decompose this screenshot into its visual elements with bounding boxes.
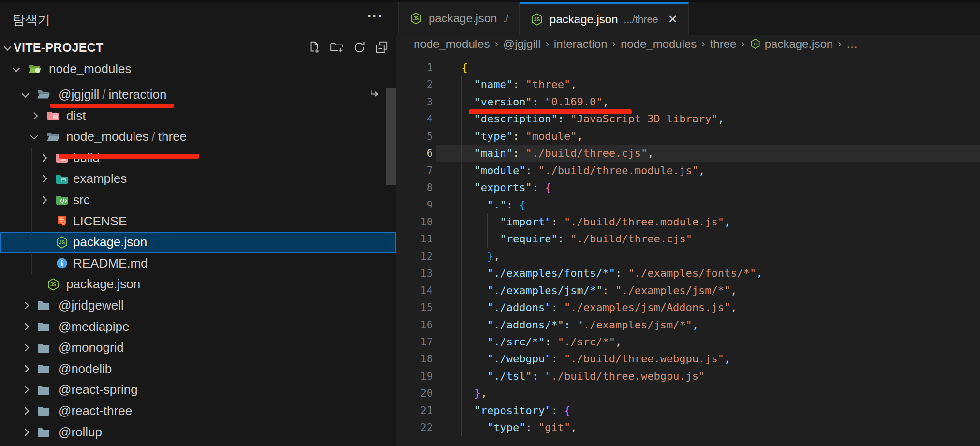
- file-json-icon: JS: [530, 13, 544, 26]
- symlink-arrow-icon: [369, 88, 381, 101]
- line-number: 5: [396, 128, 436, 145]
- line-number: 4: [396, 110, 436, 127]
- line-number: 13: [396, 265, 436, 282]
- indent-guide: [461, 265, 462, 282]
- folder-gray-icon: [37, 425, 50, 439]
- indent-guide: [487, 213, 488, 230]
- tree-file-LICENSE[interactable]: LICENSE: [0, 210, 396, 232]
- tree-folder-@mediapipe[interactable]: @mediapipe: [0, 316, 396, 337]
- tree-folder-@rollup[interactable]: @rollup: [0, 421, 396, 443]
- code-line[interactable]: ".": {: [436, 196, 980, 213]
- code-line[interactable]: "./examples/fonts/*": "./examples/fonts/…: [436, 265, 980, 282]
- code-line[interactable]: "type": "module",: [436, 128, 980, 145]
- tree-folder-src[interactable]: src: [0, 189, 396, 210]
- indent-guide: [461, 419, 462, 436]
- chevron-right-icon[interactable]: [21, 421, 30, 443]
- chevron-down-icon[interactable]: [21, 84, 30, 105]
- chevron-right-icon[interactable]: [21, 295, 30, 316]
- code-line[interactable]: "./examples/jsm/*": "./examples/jsm/*",: [436, 282, 980, 299]
- tree-folder-@react-spring[interactable]: @react-spring: [0, 379, 396, 401]
- tree-item-label: @monogrid: [59, 337, 124, 358]
- code-line[interactable]: "./src/*": "./src/*",: [436, 333, 980, 350]
- indent-guide: [475, 248, 475, 265]
- breadcrumb-item-package.json[interactable]: JSpackage.json: [750, 37, 833, 51]
- line-number: 8: [396, 179, 436, 196]
- chevron-right-icon[interactable]: [21, 337, 30, 358]
- code-line[interactable]: "version": "0.169.0",: [436, 93, 980, 110]
- chevron-right-icon[interactable]: [30, 105, 38, 126]
- chevron-right-icon[interactable]: [21, 316, 30, 337]
- tree-folder-@react-three[interactable]: @react-three: [0, 400, 396, 421]
- code-line[interactable]: "./tsl": "./build/three.webgpu.js": [436, 368, 980, 385]
- tree-folder-@jgjgill-interaction[interactable]: @jgjgill/interaction: [0, 84, 396, 105]
- indent-guide: [461, 282, 462, 299]
- code-line[interactable]: "./webgpu": "./build/three.webgpu.js",: [436, 350, 980, 367]
- code-line[interactable]: "import": "./build/three.module.js",: [436, 213, 980, 230]
- tree-folder-@jridgewell[interactable]: @jridgewell: [0, 295, 396, 316]
- folder-examples-icon: [55, 172, 69, 186]
- close-icon[interactable]: ✕: [668, 13, 678, 26]
- indent-guide: [461, 128, 462, 145]
- folder-gray-icon: [37, 320, 50, 333]
- file-json-icon: JS: [46, 278, 60, 291]
- code-line[interactable]: "require": "./build/three.cjs": [436, 230, 980, 247]
- line-number: 10: [396, 213, 436, 230]
- tree-item-label: dist: [66, 105, 86, 126]
- svg-text:JS: JS: [59, 239, 65, 245]
- breadcrumb-item-interaction[interactable]: interaction: [554, 37, 608, 51]
- tree-file-package.json[interactable]: JSpackage.json: [0, 274, 396, 295]
- chevron-right-icon[interactable]: [21, 379, 30, 401]
- indent-guide: [475, 196, 475, 213]
- chevron-right-icon[interactable]: [39, 147, 47, 168]
- code-line[interactable]: "type": "git",: [436, 419, 980, 436]
- breadcrumb-item-node_modules[interactable]: node_modules: [414, 37, 490, 51]
- chevron-right-icon[interactable]: [21, 400, 30, 421]
- tree-folder-examples[interactable]: examples: [0, 168, 396, 190]
- code-line[interactable]: },: [436, 385, 980, 401]
- editor-tab-package.json-active[interactable]: JSpackage.json.../three✕: [520, 2, 689, 35]
- indent-guide: [475, 213, 475, 230]
- code-editor[interactable]: 12345678910111213141516171819202122 {"na…: [396, 52, 980, 446]
- sidebar-scrollbar[interactable]: [386, 88, 396, 185]
- chevron-right-icon[interactable]: [21, 358, 30, 379]
- code-line[interactable]: "name": "three",: [436, 76, 980, 93]
- breadcrumb-item-…[interactable]: …: [846, 37, 858, 51]
- file-tree: node_modules@jgjgill/interactiondistnode…: [0, 0, 396, 446]
- breadcrumb-item-@jgjgill[interactable]: @jgjgill: [503, 37, 541, 51]
- tree-folder-dist[interactable]: dist: [0, 105, 396, 126]
- tree-folder-node_modules[interactable]: node_modules: [0, 58, 396, 79]
- chevron-down-icon[interactable]: [12, 58, 20, 79]
- editor-tab-package.json[interactable]: JSpackage.json./: [398, 2, 520, 35]
- breadcrumb-separator: ›: [612, 38, 616, 50]
- code-line[interactable]: "./addons": "./examples/jsm/Addons.js",: [436, 299, 980, 316]
- svg-text:JS: JS: [534, 17, 540, 22]
- code-line[interactable]: "main": "./build/three.cjs",: [436, 145, 980, 162]
- tree-file-package.json[interactable]: JSpackage.json: [0, 232, 396, 253]
- chevron-down-icon[interactable]: [30, 126, 38, 148]
- code-line[interactable]: "module": "./build/three.module.js",: [436, 162, 980, 179]
- indent-guide: [461, 145, 462, 162]
- tree-file-README.md[interactable]: README.md: [0, 253, 396, 274]
- indent-guide: [461, 76, 462, 93]
- indent-guide: [24, 105, 24, 305]
- line-number: 3: [396, 93, 436, 110]
- tree-item-label: @mediapipe: [59, 316, 129, 337]
- code-line[interactable]: },: [436, 248, 980, 265]
- indent-guide: [461, 350, 462, 367]
- chevron-right-icon[interactable]: [39, 168, 47, 190]
- code-line[interactable]: "./addons/*": "./examples/jsm/*",: [436, 316, 980, 333]
- path-separator: /: [152, 129, 155, 144]
- code-line[interactable]: "repository": {: [436, 402, 980, 419]
- svg-text:JS: JS: [753, 42, 758, 46]
- indent-guide: [461, 196, 462, 213]
- tree-folder-node_modules-three[interactable]: node_modules/three: [0, 126, 396, 148]
- breadcrumb-item-three[interactable]: three: [710, 37, 737, 51]
- chevron-right-icon[interactable]: [39, 189, 47, 210]
- tree-folder-@nodelib[interactable]: @nodelib: [0, 358, 396, 379]
- line-number: 12: [396, 248, 436, 265]
- code-line[interactable]: {: [436, 59, 980, 76]
- line-number: 17: [396, 333, 436, 350]
- breadcrumb-item-node_modules[interactable]: node_modules: [621, 37, 697, 51]
- tree-folder-@monogrid[interactable]: @monogrid: [0, 337, 396, 358]
- code-line[interactable]: "exports": {: [436, 179, 980, 196]
